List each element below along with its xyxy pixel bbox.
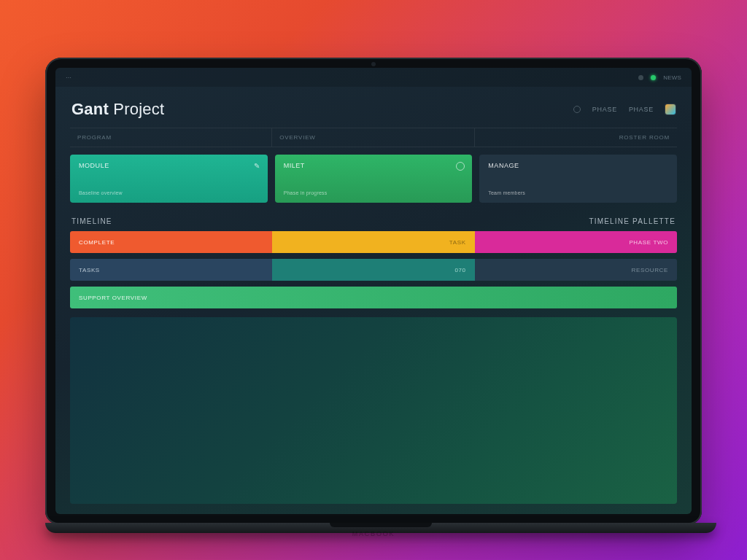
topbar-right-label[interactable]: NEWS xyxy=(663,74,681,81)
section-title-right: TIMELINE PALLETTE xyxy=(589,217,676,225)
card-milet[interactable]: MILET Phase in progress xyxy=(275,155,473,203)
seg-label: COMPLETE xyxy=(79,239,115,246)
section-title-left: TIMELINE xyxy=(71,217,112,225)
card-module[interactable]: ✎ MODULE Baseline overview xyxy=(70,155,268,203)
card-label: MANAGE xyxy=(488,162,668,169)
laptop-notch xyxy=(330,523,432,527)
app-title-a: Gant xyxy=(71,100,109,118)
app-header: Gant Project PHASE PHASE xyxy=(55,87,692,128)
nav-item-1[interactable]: PHASE xyxy=(592,106,617,113)
workspace-empty-area xyxy=(70,317,677,504)
app-title: Gant Project xyxy=(71,100,164,119)
system-topbar: ⋯ NEWS xyxy=(55,68,692,87)
status-dot-online xyxy=(651,75,656,80)
app-title-b: Project xyxy=(113,100,164,118)
screen-bezel: ⋯ NEWS Gant Project PHASE PHASE xyxy=(45,58,702,524)
column-headers: PROGRAM OVERVIEW ROSTER ROOM xyxy=(70,128,677,147)
laptop-frame: ⋯ NEWS Gant Project PHASE PHASE xyxy=(45,58,702,524)
topbar-menu-icon[interactable]: ⋯ xyxy=(66,74,71,81)
card-manage[interactable]: MANAGE Team members xyxy=(479,155,677,203)
card-sub: Baseline overview xyxy=(79,190,259,195)
col-header-c[interactable]: ROSTER ROOM xyxy=(475,128,677,147)
timeline-bar-3[interactable]: Support Overview xyxy=(70,287,677,308)
card-label: MODULE xyxy=(79,162,259,169)
card-sub: Team members xyxy=(488,190,668,195)
camera-dot xyxy=(371,62,376,66)
timeline-bar-2[interactable]: TASKS 070 RESOURCE xyxy=(70,259,677,281)
nav-item-2[interactable]: PHASE xyxy=(629,106,654,113)
pencil-icon[interactable]: ✎ xyxy=(254,162,260,170)
seg-label: Support Overview xyxy=(79,295,147,301)
col-header-b[interactable]: OVERVIEW xyxy=(272,128,474,147)
laptop-brand: MACBOOK xyxy=(352,530,395,537)
header-nav: PHASE PHASE xyxy=(573,104,676,114)
progress-ring-icon xyxy=(456,162,465,171)
col-header-a[interactable]: PROGRAM xyxy=(70,128,272,147)
app-screen: ⋯ NEWS Gant Project PHASE PHASE xyxy=(55,68,692,514)
seg-label: TASKS xyxy=(79,267,100,273)
status-dot-idle xyxy=(638,75,643,80)
timeline-bar-1[interactable]: COMPLETE TASK PHASE TWO xyxy=(70,231,677,253)
app-chip-icon[interactable] xyxy=(665,104,676,114)
card-label: MILET xyxy=(284,162,464,169)
nav-indicator-icon xyxy=(573,106,581,113)
section-titles: TIMELINE TIMELINE PALLETTE xyxy=(71,217,676,225)
summary-cards: ✎ MODULE Baseline overview MILET Phase i… xyxy=(70,155,677,203)
card-sub: Phase in progress xyxy=(284,190,464,195)
